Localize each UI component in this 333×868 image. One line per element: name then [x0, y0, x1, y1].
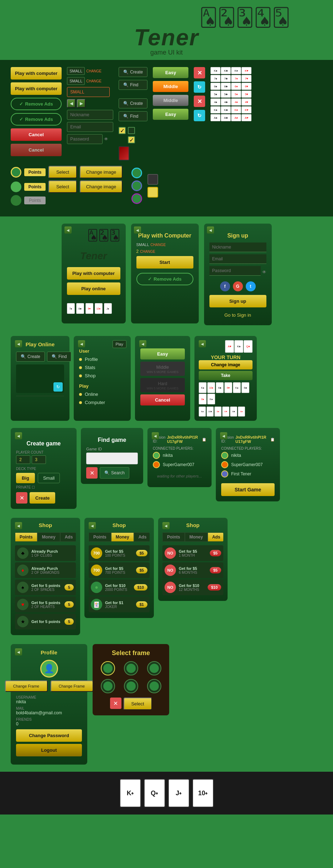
- panel-nav-play-online[interactable]: ◀: [15, 340, 22, 347]
- cancel-btn-1[interactable]: Cancel: [11, 128, 62, 141]
- frame-option-3[interactable]: [147, 661, 161, 675]
- remove-ads-btn-1[interactable]: ✓ Remove Ads: [11, 98, 62, 110]
- find-search-btn[interactable]: 🔍 Search: [100, 467, 129, 479]
- checkbox-1[interactable]: [128, 127, 135, 134]
- shop-tab-money-2[interactable]: Money: [111, 532, 134, 542]
- frame-option-5[interactable]: [124, 679, 138, 693]
- select-btn-2[interactable]: Select: [48, 180, 77, 193]
- panel-nav-shop2[interactable]: ◀: [89, 522, 96, 529]
- profile-change-frame-btn[interactable]: Change Frame: [51, 680, 93, 692]
- phone-nav-back-1[interactable]: ◀: [64, 226, 72, 234]
- google-icon[interactable]: G: [233, 281, 243, 291]
- find-cancel-btn[interactable]: ✕: [86, 467, 98, 479]
- close-btn-1[interactable]: ✕: [194, 67, 205, 78]
- hc2[interactable]: 10♦: [207, 382, 215, 393]
- phone-play-computer-btn[interactable]: Play with computer: [67, 267, 120, 280]
- eye-icon-signup[interactable]: 👁: [262, 270, 266, 275]
- signup-email-input[interactable]: [209, 254, 266, 264]
- easy-btn-1[interactable]: Easy: [153, 67, 188, 78]
- frame-option-2[interactable]: [124, 661, 138, 675]
- shop-money-price-3[interactable]: $10: [134, 584, 147, 591]
- frame-cancel-btn[interactable]: ✕: [110, 698, 121, 709]
- phone-remove-ads-btn[interactable]: ✓ Remove Ads: [136, 273, 193, 285]
- diff-easy-btn[interactable]: Easy: [140, 348, 185, 359]
- hc1[interactable]: K♠: [199, 382, 207, 393]
- hc5[interactable]: K♠: [233, 382, 241, 393]
- panel-nav-diff[interactable]: ◀: [139, 340, 146, 347]
- shop-price-btn-5[interactable]: 5: [64, 618, 74, 625]
- deck-big-btn[interactable]: Big: [16, 473, 35, 483]
- menu-stats[interactable]: Stats: [79, 363, 125, 372]
- start-game-btn[interactable]: Start Game: [221, 483, 275, 496]
- menu-computer[interactable]: Computer: [79, 398, 125, 407]
- shop-ads-price-1[interactable]: $5: [210, 550, 221, 556]
- shop-price-btn-4[interactable]: 5: [64, 601, 74, 608]
- play-btn-small[interactable]: Play: [113, 340, 126, 348]
- player-count-max[interactable]: [32, 455, 46, 464]
- game-id-input[interactable]: [86, 453, 138, 464]
- create-btn-1[interactable]: 🔍 Create: [119, 67, 147, 77]
- shop-ads-price-3[interactable]: $10: [208, 584, 221, 591]
- remove-ads-btn-2[interactable]: ✓ Remove Ads: [11, 113, 62, 126]
- panel-nav-profile[interactable]: ◀: [15, 648, 22, 655]
- nav-right-btn[interactable]: ▶: [77, 99, 85, 108]
- shop-money-price-1[interactable]: $5: [136, 550, 147, 556]
- phone-nav-back-2[interactable]: ◀: [134, 226, 141, 234]
- find-btn-panel[interactable]: 🔍 Find: [47, 352, 71, 362]
- logout-btn[interactable]: Logout: [16, 744, 82, 756]
- nickname-input[interactable]: [67, 110, 113, 120]
- email-input[interactable]: [67, 122, 113, 132]
- panel-nav-turn[interactable]: ◀: [199, 340, 206, 347]
- hc3[interactable]: 6♣: [216, 382, 224, 393]
- create-btn-panel[interactable]: 🔍 Create: [16, 352, 45, 362]
- close-btn-2[interactable]: ✕: [194, 96, 205, 107]
- shop-tab-money-3[interactable]: Money: [185, 532, 208, 542]
- shop-tab-ads-3[interactable]: Ads: [208, 532, 223, 542]
- password-input[interactable]: [67, 134, 103, 144]
- private-toggle[interactable]: ☐: [32, 485, 35, 489]
- signup-nickname-input[interactable]: [209, 242, 266, 252]
- twitter-icon[interactable]: t: [246, 281, 256, 291]
- hc4[interactable]: 6♥: [224, 382, 232, 393]
- hc8[interactable]: K♠: [207, 394, 215, 404]
- shop-money-price-4[interactable]: $1: [136, 601, 147, 608]
- create-cancel-btn[interactable]: ✕: [16, 492, 27, 504]
- shop-tab-money-1[interactable]: Money: [37, 532, 60, 542]
- shop-money-price-2[interactable]: $5: [136, 567, 147, 573]
- frame-option-4[interactable]: [101, 679, 115, 693]
- change-password-btn[interactable]: Change Password: [16, 729, 82, 742]
- take-btn[interactable]: Take: [199, 371, 253, 380]
- golden-toggle[interactable]: [147, 187, 158, 198]
- menu-shop[interactable]: Shop: [79, 372, 125, 380]
- shop-tab-ads-2[interactable]: Ads: [134, 532, 150, 542]
- hc6[interactable]: 6♣: [241, 382, 249, 393]
- cancel-btn-2[interactable]: Cancel: [11, 144, 62, 156]
- change-label-2[interactable]: CHANGE: [140, 250, 155, 254]
- facebook-icon[interactable]: f: [220, 281, 230, 291]
- phone-signup-btn[interactable]: Sign up: [209, 295, 266, 307]
- shop-tab-points-3[interactable]: Points: [162, 532, 185, 542]
- nav-left-btn[interactable]: ◀: [67, 99, 76, 108]
- change-label-1[interactable]: CHANGE: [86, 69, 102, 73]
- frame-select-btn[interactable]: Select: [124, 698, 152, 710]
- change-label-2[interactable]: CHANGE: [86, 79, 102, 83]
- panel-nav-session2[interactable]: ◀: [220, 432, 227, 439]
- shop-tab-points-1[interactable]: Points: [15, 532, 37, 542]
- deck-small-btn[interactable]: Small: [38, 473, 60, 483]
- copy-icon-2[interactable]: 📋: [270, 438, 275, 441]
- create-btn-2[interactable]: 🔍 Create: [119, 98, 147, 108]
- small-input-3[interactable]: [67, 87, 110, 97]
- diff-cancel-btn[interactable]: Cancel: [140, 394, 185, 405]
- profile-change-image-btn[interactable]: Change Frame: [5, 680, 48, 692]
- find-btn-2[interactable]: 🔍 Find: [119, 111, 147, 121]
- panel-nav-shop3[interactable]: ◀: [162, 522, 170, 529]
- find-btn-1[interactable]: 🔍 Find: [119, 80, 147, 90]
- middle-btn-1[interactable]: Middle: [153, 81, 188, 92]
- eye-icon[interactable]: 👁: [104, 137, 108, 142]
- phone-play-online-btn[interactable]: Play online: [67, 282, 120, 295]
- panel-nav-shop1[interactable]: ◀: [15, 522, 22, 529]
- refresh-panel-btn[interactable]: ↻: [53, 382, 63, 392]
- panel-nav-user[interactable]: ◀: [78, 340, 85, 347]
- menu-profile[interactable]: Profile: [79, 355, 125, 363]
- play-computer-btn-1[interactable]: Play with computer: [11, 67, 62, 80]
